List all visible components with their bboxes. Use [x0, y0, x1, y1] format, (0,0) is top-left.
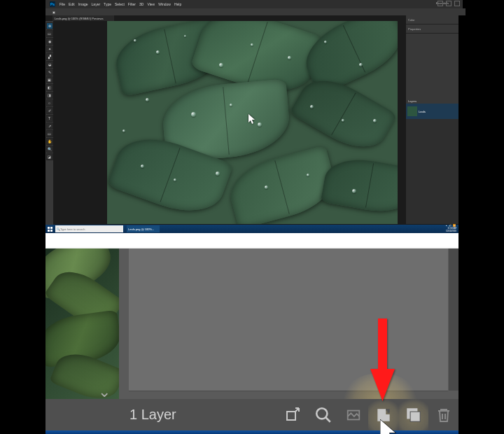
search-placeholder: Type here to search — [60, 227, 85, 231]
eyedropper-tool-icon[interactable]: ◒ — [46, 61, 53, 68]
search-input[interactable]: 🔍 Type here to search — [55, 225, 123, 232]
marquee-tool-icon[interactable]: ▭ — [46, 30, 53, 37]
menu-image[interactable]: Image — [78, 2, 88, 6]
layer-count-label: 1 Layer — [130, 407, 176, 423]
layers-header[interactable]: Layers — [406, 98, 458, 104]
photoshop-window: Ps File Edit Image Layer Type Select Fil… — [46, 0, 458, 233]
minimize-icon[interactable] — [438, 1, 443, 6]
layers-panel: Layers Leafs — [406, 98, 458, 224]
bottom-toolbar: 1 Layer — [46, 399, 458, 430]
eraser-tool-icon[interactable]: ◧ — [46, 84, 53, 91]
document-tab[interactable]: Leafs.png @ 100% (RGB/8#) Previews — [52, 15, 114, 21]
import-icon[interactable] — [368, 399, 398, 430]
export-icon[interactable] — [278, 399, 308, 430]
zoom-icon[interactable] — [308, 399, 338, 430]
menu-3d[interactable]: 3D — [139, 2, 144, 6]
menu-help[interactable]: Help — [174, 2, 181, 6]
brush-tool-icon[interactable]: ✎ — [46, 69, 53, 76]
path-tool-icon[interactable]: ↗ — [46, 122, 53, 130]
toolbox: ✥ ▭ ◉ ✦ ▞ ◒ ✎ ▣ ◧ ◨ ○ ✐ T ↗ ▭ ✋ 🔍 ◪ — [46, 21, 53, 225]
panel-separator — [46, 233, 458, 248]
svg-rect-5 — [410, 412, 419, 421]
zoom-tool-icon[interactable]: 🔍 — [46, 146, 53, 153]
options-label: ▣ — [52, 10, 55, 14]
app-logo-icon[interactable]: Ps — [50, 1, 55, 7]
system-tray[interactable]: ▴🔊📶 11:50 AM 10/10/2019 — [446, 224, 456, 232]
letterbox-left — [0, 0, 46, 434]
menu-select[interactable]: Select — [115, 2, 125, 6]
filmstrip-area[interactable] — [129, 248, 448, 391]
gradient-tool-icon[interactable]: ◨ — [46, 92, 53, 99]
text-tool-icon[interactable]: T — [46, 115, 53, 122]
color-panel-tab[interactable]: Color — [406, 15, 458, 24]
taskbar-app[interactable]: Leafs.png @ 100%... — [127, 225, 160, 232]
swatches-panel-tab[interactable]: Properties — [406, 24, 458, 34]
layer-thumb-icon — [407, 106, 417, 116]
trash-icon[interactable] — [428, 399, 458, 430]
close-icon[interactable] — [454, 1, 460, 6]
window-controls — [438, 1, 460, 6]
move-tool-icon[interactable]: ✥ — [46, 22, 53, 29]
svg-rect-0 — [287, 412, 295, 420]
layer-row[interactable]: Leafs — [406, 104, 458, 119]
menu-type[interactable]: Type — [104, 2, 111, 6]
svg-point-1 — [316, 408, 327, 419]
fg-bg-color-icon[interactable]: ◪ — [46, 153, 53, 160]
menu-items: File Edit Image Layer Type Select Filter… — [59, 2, 181, 6]
lasso-tool-icon[interactable]: ◉ — [46, 38, 53, 45]
filmstrip-scrollbar[interactable] — [449, 248, 458, 391]
crop-tool-icon[interactable]: ▞ — [46, 53, 53, 60]
filmstrip-shelf — [119, 248, 458, 399]
compare-icon[interactable] — [338, 399, 368, 430]
menu-filter[interactable]: Filter — [128, 2, 136, 6]
letterbox-right — [458, 0, 504, 434]
clock-date: 10/10/2019 — [446, 230, 456, 232]
menubar: Ps File Edit Image Layer Type Select Fil… — [46, 0, 463, 8]
menu-layer[interactable]: Layer — [92, 2, 101, 6]
windows-logo-icon — [48, 227, 52, 232]
start-button[interactable] — [46, 225, 54, 233]
shape-tool-icon[interactable]: ▭ — [46, 130, 53, 137]
menu-view[interactable]: View — [147, 2, 155, 6]
stamp-tool-icon[interactable]: ▣ — [46, 76, 53, 83]
zoomed-bottom-panel: ⌄ › 1 Layer — [46, 248, 458, 434]
content-stage: Ps File Edit Image Layer Type Select Fil… — [46, 0, 458, 434]
layer-name: Leafs — [419, 110, 426, 113]
menu-window[interactable]: Window — [158, 2, 171, 6]
menu-file[interactable]: File — [59, 2, 65, 6]
canvas[interactable] — [107, 21, 398, 224]
menu-edit[interactable]: Edit — [69, 2, 75, 6]
hand-tool-icon[interactable]: ✋ — [46, 138, 53, 145]
taskbar-sliver — [46, 430, 458, 434]
leaf-graphic — [321, 153, 398, 218]
options-bar: ▣ — [46, 8, 465, 15]
right-panels: Color Properties Layers Leafs — [406, 15, 458, 224]
image-preview-crop — [46, 248, 119, 399]
maximize-icon[interactable] — [446, 1, 451, 6]
wand-tool-icon[interactable]: ✦ — [46, 46, 53, 52]
copy-icon[interactable] — [398, 399, 428, 430]
blur-tool-icon[interactable]: ○ — [46, 99, 53, 106]
taskbar: 🔍 Type here to search Leafs.png @ 100%..… — [46, 225, 458, 233]
pen-tool-icon[interactable]: ✐ — [46, 107, 53, 114]
